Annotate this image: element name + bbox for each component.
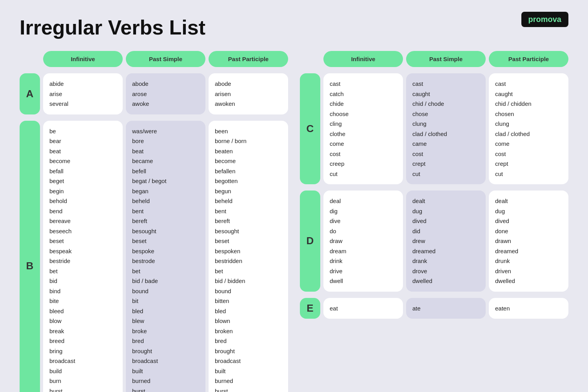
tables-wrapper: Infinitive Past Simple Past Participle A… (20, 51, 568, 392)
left-col-headers: Infinitive Past Simple Past Participle (20, 51, 288, 67)
left-block-b-cells: be bear beat become befall beget begin b… (43, 121, 288, 392)
right-d-infinitive: deal dig dive do draw dream drink drive … (323, 191, 403, 292)
right-block-c-cells: cast catch chide choose cling clothe com… (323, 73, 568, 184)
left-a-past-participle: abode arisen awoken (209, 73, 288, 114)
right-d-past-participle: dealt dug dived done drawn dreamed drunk… (489, 191, 568, 292)
letter-c: C (300, 73, 320, 184)
left-b-past-participle: been borne / born beaten become befallen… (209, 121, 288, 392)
right-block-d: D deal dig dive do draw dream drink driv… (300, 191, 568, 292)
left-a-past-simple: abode arose awoke (126, 73, 205, 114)
right-c-past-participle: cast caught chid / chidden chosen clung … (489, 73, 568, 184)
left-b-past-simple: was/were bore beat became befell begat /… (126, 121, 205, 392)
letter-d: D (300, 191, 320, 292)
right-header-infinitive: Infinitive (323, 51, 403, 67)
left-block-a-cells: abide arise several abode arose awoke ab… (43, 73, 288, 114)
right-header-past-simple: Past Simple (406, 51, 486, 67)
letter-e: E (300, 298, 320, 319)
right-block-e-cells: eat ate eaten (323, 298, 568, 319)
right-block-d-cells: deal dig dive do draw dream drink drive … (323, 191, 568, 292)
right-e-past-participle: eaten (489, 298, 568, 319)
logo-text: promova (528, 15, 561, 24)
left-block-a: A abide arise several abode arose awoke … (20, 73, 288, 114)
right-e-past-simple: ate (406, 298, 486, 319)
left-header-past-participle: Past Participle (209, 51, 288, 67)
right-header-past-participle: Past Participle (489, 51, 568, 67)
right-table: Infinitive Past Simple Past Participle C… (300, 51, 568, 392)
left-header-past-simple: Past Simple (126, 51, 205, 67)
left-header-infinitive: Infinitive (43, 51, 123, 67)
right-col-headers: Infinitive Past Simple Past Participle (300, 51, 568, 67)
right-block-e: E eat ate eaten (300, 298, 568, 319)
right-c-past-simple: cast caught chid / chode chose clung cla… (406, 73, 486, 184)
logo: promova (521, 12, 568, 27)
left-a-infinitive: abide arise several (43, 73, 123, 114)
letter-a: A (20, 73, 40, 114)
letter-b: B (20, 121, 40, 392)
left-table: Infinitive Past Simple Past Participle A… (20, 51, 288, 392)
page-title: Irregular Verbs List (20, 16, 568, 39)
right-block-c: C cast catch chide choose cling clothe c… (300, 73, 568, 184)
right-c-infinitive: cast catch chide choose cling clothe com… (323, 73, 403, 184)
left-b-infinitive: be bear beat become befall beget begin b… (43, 121, 123, 392)
left-block-b: B be bear beat become befall beget begin… (20, 121, 288, 392)
right-e-infinitive: eat (323, 298, 403, 319)
right-d-past-simple: dealt dug dived did drew dreamed drank d… (406, 191, 486, 292)
